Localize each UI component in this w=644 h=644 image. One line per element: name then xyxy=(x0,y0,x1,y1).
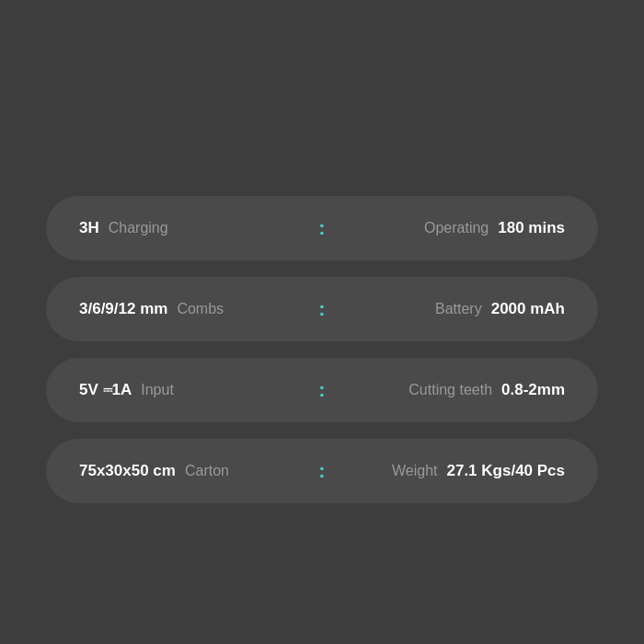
operating-label: Operating xyxy=(424,220,489,236)
operating-value: 180 mins xyxy=(498,219,565,237)
input-value: 5V ⎓1A xyxy=(79,381,132,399)
battery-label: Battery xyxy=(435,301,482,317)
charging-left: 3H Charging xyxy=(79,219,309,237)
specs-container: 3H Charging : Operating 180 mins 3/6/9/1… xyxy=(46,141,598,503)
divider-dot-2: : xyxy=(309,297,334,321)
battery-value: 2000 mAh xyxy=(491,300,565,318)
weight-value: 27.1 Kgs/40 Pcs xyxy=(446,462,565,480)
combs-row: 3/6/9/12 mm Combs : Battery 2000 mAh xyxy=(46,277,598,341)
divider-dot-4: : xyxy=(309,459,334,483)
cutting-teeth-label: Cutting teeth xyxy=(408,382,492,398)
input-row: 5V ⎓1A Input : Cutting teeth 0.8-2mm xyxy=(46,358,598,422)
carton-right: Weight 27.1 Kgs/40 Pcs xyxy=(335,462,565,480)
carton-value: 75x30x50 cm xyxy=(79,462,176,480)
charging-value: 3H xyxy=(79,219,99,237)
cutting-teeth-value: 0.8-2mm xyxy=(501,381,565,399)
weight-label: Weight xyxy=(392,463,438,479)
input-left: 5V ⎓1A Input xyxy=(79,381,309,399)
input-right: Cutting teeth 0.8-2mm xyxy=(335,381,565,399)
divider-dot-1: : xyxy=(309,216,334,240)
carton-label: Carton xyxy=(185,463,229,479)
divider-dot-3: : xyxy=(309,378,334,402)
charging-row: 3H Charging : Operating 180 mins xyxy=(46,196,598,260)
input-label: Input xyxy=(141,382,174,398)
combs-right: Battery 2000 mAh xyxy=(335,300,565,318)
charging-label: Charging xyxy=(109,220,168,236)
combs-left: 3/6/9/12 mm Combs xyxy=(79,300,309,318)
carton-row: 75x30x50 cm Carton : Weight 27.1 Kgs/40 … xyxy=(46,439,598,503)
combs-label: Combs xyxy=(177,301,224,317)
combs-value: 3/6/9/12 mm xyxy=(79,300,167,318)
charging-right: Operating 180 mins xyxy=(335,219,565,237)
carton-left: 75x30x50 cm Carton xyxy=(79,462,309,480)
